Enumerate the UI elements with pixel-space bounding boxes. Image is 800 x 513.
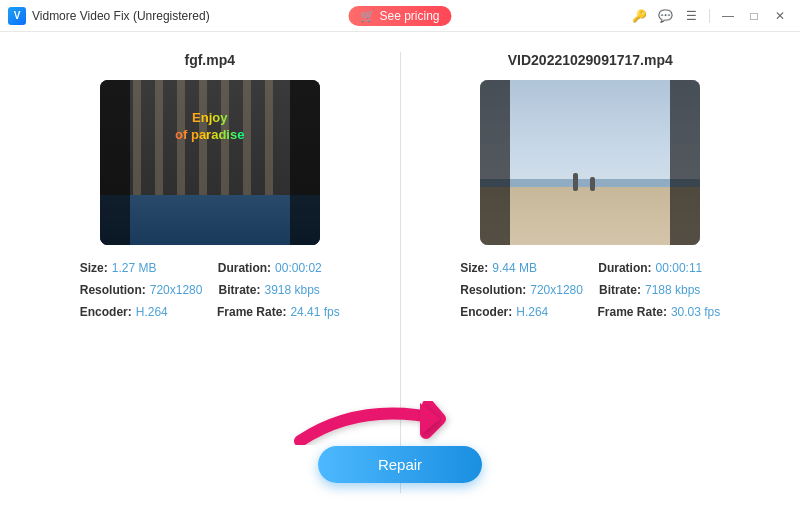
left-resolution-value: 720x1280 (150, 283, 203, 297)
left-size-label: Size: (80, 261, 108, 275)
neon-sign-text: Enjoyof paradise (175, 110, 244, 144)
left-resolution-label: Resolution: (80, 283, 146, 297)
title-bar-center: 🛒 See pricing (348, 6, 451, 26)
right-info-row-2: Resolution: 720x1280 Bitrate: 7188 kbps (460, 283, 720, 297)
sofa-area (100, 195, 320, 245)
feedback-button[interactable]: 💬 (653, 4, 677, 28)
cart-icon: 🛒 (360, 9, 375, 23)
app-logo: V (8, 7, 26, 25)
right-duration-value: 00:00:11 (656, 261, 703, 275)
close-button[interactable]: ✕ (768, 4, 792, 28)
right-info-row-3: Encoder: H.264 Frame Rate: 30.03 fps (460, 305, 720, 319)
left-info-row-3: Encoder: H.264 Frame Rate: 24.41 fps (80, 305, 340, 319)
right-video-info: Size: 9.44 MB Duration: 00:00:11 Resolut… (460, 261, 720, 327)
left-filename: fgf.mp4 (184, 52, 235, 68)
right-resolution-label: Resolution: (460, 283, 526, 297)
maximize-button[interactable]: □ (742, 4, 766, 28)
left-resolution-item: Resolution: 720x1280 (80, 283, 203, 297)
left-encoder-item: Encoder: H.264 (80, 305, 201, 319)
key-button[interactable]: 🔑 (627, 4, 651, 28)
repair-button[interactable]: Repair (318, 446, 482, 483)
pricing-label: See pricing (379, 9, 439, 23)
right-thumbnail (480, 80, 700, 245)
right-encoder-label: Encoder: (460, 305, 512, 319)
left-duration-value: 00:00:02 (275, 261, 322, 275)
right-bitrate-item: Bitrate: 7188 kbps (599, 283, 720, 297)
right-duration-label: Duration: (598, 261, 651, 275)
left-duration-label: Duration: (218, 261, 271, 275)
right-framerate-value: 30.03 fps (671, 305, 720, 319)
left-framerate-value: 24.41 fps (290, 305, 339, 319)
right-filename: VID20221029091717.mp4 (508, 52, 673, 68)
left-thumbnail: Enjoyof paradise (100, 80, 320, 245)
beach-area (480, 187, 700, 245)
left-bitrate-value: 3918 kbps (264, 283, 319, 297)
separator (709, 9, 710, 23)
pricing-button[interactable]: 🛒 See pricing (348, 6, 451, 26)
right-framerate-item: Frame Rate: 30.03 fps (598, 305, 721, 319)
maximize-icon: □ (750, 9, 757, 23)
right-left-overlay (480, 80, 510, 245)
right-size-label: Size: (460, 261, 488, 275)
left-encoder-value: H.264 (136, 305, 168, 319)
figure-1 (573, 173, 578, 191)
right-duration-item: Duration: 00:00:11 (598, 261, 720, 275)
left-bitrate-item: Bitrate: 3918 kbps (218, 283, 339, 297)
key-icon: 🔑 (632, 9, 647, 23)
left-thumb-content: Enjoyof paradise (100, 80, 320, 245)
left-framerate-label: Frame Rate: (217, 305, 286, 319)
app-title: Vidmore Video Fix (Unregistered) (32, 9, 210, 23)
right-right-overlay (670, 80, 700, 245)
minimize-icon: — (722, 9, 734, 23)
left-encoder-label: Encoder: (80, 305, 132, 319)
menu-button[interactable]: ☰ (679, 4, 703, 28)
title-bar: V Vidmore Video Fix (Unregistered) 🛒 See… (0, 0, 800, 32)
action-area: Repair (280, 381, 520, 483)
right-encoder-item: Encoder: H.264 (460, 305, 581, 319)
right-bitrate-value: 7188 kbps (645, 283, 700, 297)
left-framerate-item: Frame Rate: 24.41 fps (217, 305, 340, 319)
figure-2 (590, 177, 595, 191)
main-content: fgf.mp4 Enjoyof paradise (0, 32, 800, 513)
left-size-item: Size: 1.27 MB (80, 261, 202, 275)
right-size-item: Size: 9.44 MB (460, 261, 582, 275)
right-dark-overlay (290, 80, 320, 245)
right-resolution-item: Resolution: 720x1280 (460, 283, 583, 297)
right-thumb-content (480, 80, 700, 245)
left-duration-item: Duration: 00:00:02 (218, 261, 340, 275)
right-info-row-1: Size: 9.44 MB Duration: 00:00:11 (460, 261, 720, 275)
left-video-info: Size: 1.27 MB Duration: 00:00:02 Resolut… (80, 261, 340, 327)
left-size-value: 1.27 MB (112, 261, 157, 275)
right-framerate-label: Frame Rate: (598, 305, 667, 319)
menu-icon: ☰ (686, 9, 697, 23)
left-bitrate-label: Bitrate: (218, 283, 260, 297)
title-bar-left: V Vidmore Video Fix (Unregistered) (8, 7, 210, 25)
title-bar-right: 🔑 💬 ☰ — □ ✕ (627, 4, 792, 28)
chat-icon: 💬 (658, 9, 673, 23)
right-bitrate-label: Bitrate: (599, 283, 641, 297)
right-size-value: 9.44 MB (492, 261, 537, 275)
right-encoder-value: H.264 (516, 305, 548, 319)
minimize-button[interactable]: — (716, 4, 740, 28)
close-icon: ✕ (775, 9, 785, 23)
right-resolution-value: 720x1280 (530, 283, 583, 297)
left-dark-overlay (100, 80, 130, 245)
left-info-row-2: Resolution: 720x1280 Bitrate: 3918 kbps (80, 283, 340, 297)
left-info-row-1: Size: 1.27 MB Duration: 00:00:02 (80, 261, 340, 275)
arrow-graphic (280, 381, 520, 456)
